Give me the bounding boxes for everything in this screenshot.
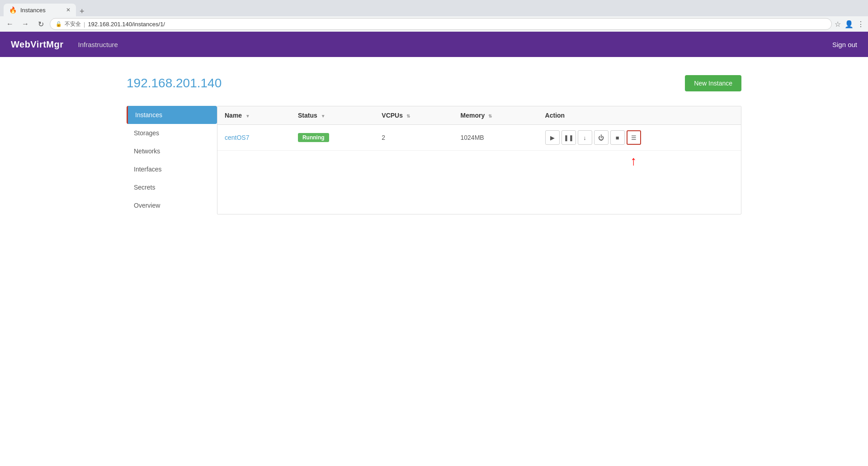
col-memory[interactable]: Memory ⇅ [453,106,538,125]
table-area: Name ▼ Status ▼ VCPUs ⇅ Memory [217,106,741,214]
instance-memory-cell: 1024MB [453,125,538,151]
instance-status-cell: Running [291,125,374,151]
address-text: 192.168.201.140/instances/1/ [88,21,165,28]
table-row: centOS7 Running 2 1024MB ▶ ❚❚ ↓ [217,125,741,151]
browser-chrome: 🔥 Instances ✕ + ← → ↻ 🔓 不安全 | 192.168.20… [0,0,868,32]
action-buttons: ▶ ❚❚ ↓ ⏻ ■ ☰ ↑ [545,130,734,145]
infrastructure-link[interactable]: Infrastructure [78,41,118,48]
tab-close-button[interactable]: ✕ [66,7,71,13]
page-title: 192.168.201.140 [127,76,222,90]
table-header-row: Name ▼ Status ▼ VCPUs ⇅ Memory [217,106,741,125]
memory-sort-icon: ⇅ [488,114,492,119]
instance-name-cell: centOS7 [217,125,291,151]
star-icon[interactable]: ☆ [835,20,841,29]
new-tab-button[interactable]: + [76,7,88,16]
download-button[interactable]: ↓ [578,130,592,145]
sidebar: Instances Storages Networks Interfaces S… [127,106,217,214]
address-bar[interactable]: 🔓 不安全 | 192.168.201.140/instances/1/ [50,18,832,30]
sidebar-item-instances[interactable]: Instances [127,106,217,124]
reload-button[interactable]: ↻ [34,18,47,30]
back-button[interactable]: ← [4,18,16,30]
brand-name: WebVirtMgr [11,39,64,50]
browser-tab-bar: 🔥 Instances ✕ + [0,0,868,16]
col-action: Action [538,106,741,125]
tab-icon: 🔥 [9,6,17,14]
vcpus-sort-icon: ⇅ [406,114,410,119]
navbar: WebVirtMgr Infrastructure Sign out [0,32,868,57]
sidebar-item-networks[interactable]: Networks [127,142,217,160]
new-instance-button[interactable]: New Instance [685,75,741,91]
stop-button[interactable]: ■ [610,130,625,145]
sidebar-item-secrets[interactable]: Secrets [127,178,217,196]
col-status[interactable]: Status ▼ [291,106,374,125]
instance-action-cell: ▶ ❚❚ ↓ ⏻ ■ ☰ ↑ [538,125,741,151]
separator: | [84,21,85,28]
status-badge: Running [298,133,329,142]
sidebar-item-overview[interactable]: Overview [127,196,217,214]
forward-button[interactable]: → [19,18,32,30]
browser-tab[interactable]: 🔥 Instances ✕ [4,4,76,16]
pause-button[interactable]: ❚❚ [561,130,576,145]
signout-button[interactable]: Sign out [832,41,857,48]
col-name[interactable]: Name ▼ [217,106,291,125]
page-header: 192.168.201.140 New Instance [127,75,741,91]
col-vcpus[interactable]: VCPUs ⇅ [374,106,453,125]
security-icon: 🔓 [56,21,62,27]
name-sort-icon: ▼ [245,114,250,119]
security-label: 不安全 [65,20,81,28]
instance-name-link[interactable]: centOS7 [225,134,249,141]
account-icon[interactable]: 👤 [844,20,854,29]
content-area: Instances Storages Networks Interfaces S… [127,106,741,214]
play-button[interactable]: ▶ [545,130,560,145]
red-arrow-icon: ↑ [631,155,637,167]
browser-right-icons: ☆ 👤 ⋮ [835,20,864,29]
sidebar-item-storages[interactable]: Storages [127,124,217,142]
sidebar-item-interfaces[interactable]: Interfaces [127,160,217,178]
restart-button[interactable]: ⏻ [594,130,609,145]
main-content: 192.168.201.140 New Instance Instances S… [0,57,868,466]
arrow-annotation: ☰ ↑ [627,130,641,145]
instance-vcpus-cell: 2 [374,125,453,151]
status-sort-icon: ▼ [321,114,326,119]
more-icon[interactable]: ⋮ [857,20,864,29]
instances-table: Name ▼ Status ▼ VCPUs ⇅ Memory [217,106,741,151]
browser-controls: ← → ↻ 🔓 不安全 | 192.168.201.140/instances/… [0,16,868,32]
tab-title: Instances [20,7,46,14]
menu-button[interactable]: ☰ [627,130,641,145]
